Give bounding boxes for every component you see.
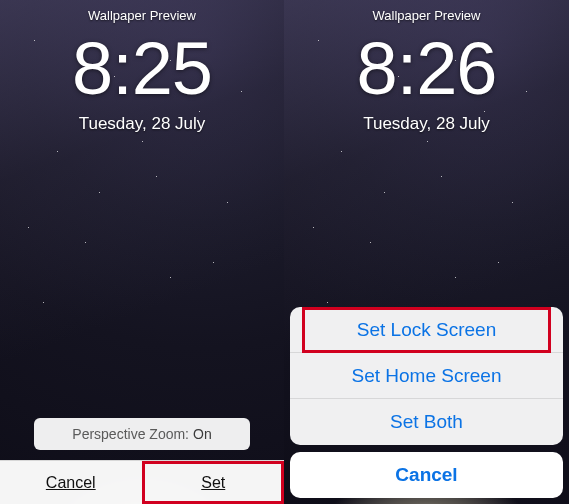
lockscreen-clock: 8:25	[0, 26, 284, 111]
screen-title: Wallpaper Preview	[0, 8, 284, 23]
set-lock-screen-button[interactable]: Set Lock Screen	[290, 307, 563, 353]
perspective-zoom-toggle[interactable]: Perspective Zoom: On	[34, 418, 250, 450]
wallpaper-preview-screen-initial: Wallpaper Preview 8:25 Tuesday, 28 July …	[0, 0, 284, 504]
set-both-button[interactable]: Set Both	[290, 399, 563, 445]
set-button[interactable]: Set	[143, 461, 285, 504]
action-sheet-cancel-button[interactable]: Cancel	[290, 452, 563, 498]
action-sheet-options: Set Lock Screen Set Home Screen Set Both	[290, 307, 563, 445]
lockscreen-clock: 8:26	[284, 26, 569, 111]
set-home-screen-button[interactable]: Set Home Screen	[290, 353, 563, 399]
perspective-zoom-value: On	[193, 426, 212, 442]
bottom-toolbar: Cancel Set	[0, 460, 284, 504]
perspective-zoom-label: Perspective Zoom:	[72, 426, 189, 442]
cancel-button[interactable]: Cancel	[0, 461, 143, 504]
screen-title: Wallpaper Preview	[284, 8, 569, 23]
lockscreen-date: Tuesday, 28 July	[284, 114, 569, 134]
lockscreen-date: Tuesday, 28 July	[0, 114, 284, 134]
action-sheet: Set Lock Screen Set Home Screen Set Both…	[290, 307, 563, 498]
wallpaper-preview-screen-actionsheet: Wallpaper Preview 8:26 Tuesday, 28 July …	[284, 0, 569, 504]
